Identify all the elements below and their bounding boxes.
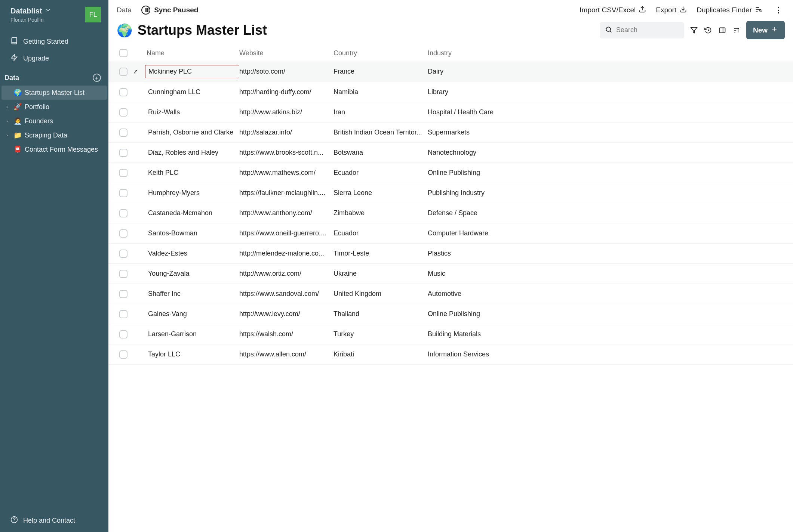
nav-getting-started[interactable]: Getting Started	[0, 33, 108, 50]
cell-industry[interactable]: Online Publishing	[428, 169, 793, 177]
cell-name[interactable]: Taylor LLC	[145, 348, 239, 361]
duplicates-finder-button[interactable]: Duplicates Finder	[697, 6, 762, 15]
row-checkbox[interactable]	[119, 169, 127, 177]
row-checkbox[interactable]	[119, 350, 127, 359]
cell-name[interactable]: Valdez-Estes	[145, 247, 239, 260]
cell-name[interactable]: Humphrey-Myers	[145, 187, 239, 199]
sidebar-item-scraping-data[interactable]: ›📁Scraping Data	[1, 128, 107, 142]
avatar[interactable]: FL	[85, 7, 101, 22]
more-menu-button[interactable]: ⋮	[772, 5, 785, 15]
cell-name[interactable]: Diaz, Robles and Haley	[145, 146, 239, 159]
cell-website[interactable]: https://walsh.com/	[239, 330, 334, 338]
row-checkbox[interactable]	[119, 290, 127, 298]
sidebar-item-contact-form-messages[interactable]: 📮Contact Form Messages	[1, 142, 107, 157]
column-header-country[interactable]: Country	[334, 49, 428, 57]
cell-industry[interactable]: Dairy	[428, 68, 793, 75]
cell-website[interactable]: http://www.ortiz.com/	[239, 270, 334, 278]
row-checkbox[interactable]	[119, 209, 127, 217]
cell-website[interactable]: http://www.atkins.biz/	[239, 108, 334, 116]
cell-country[interactable]: Zimbabwe	[334, 209, 428, 217]
table-row[interactable]: Santos-Bowmanhttps://www.oneill-guerrero…	[108, 223, 793, 244]
cell-name[interactable]: Castaneda-Mcmahon	[145, 207, 239, 219]
cell-website[interactable]: http://www.anthony.com/	[239, 209, 334, 217]
table-row[interactable]: Ruiz-Wallshttp://www.atkins.biz/IranHosp…	[108, 102, 793, 123]
cell-country[interactable]: British Indian Ocean Territor...	[334, 129, 428, 136]
add-collection-button[interactable]: +	[93, 74, 101, 82]
cell-country[interactable]: Turkey	[334, 330, 428, 338]
cell-website[interactable]: https://www.allen.com/	[239, 350, 334, 358]
cell-industry[interactable]: Hospital / Health Care	[428, 108, 793, 116]
cell-industry[interactable]: Building Materials	[428, 330, 793, 338]
cell-country[interactable]: Ecuador	[334, 229, 428, 237]
expand-icon[interactable]: ⤢	[133, 68, 138, 75]
cell-industry[interactable]: Automotive	[428, 290, 793, 298]
cell-country[interactable]: Iran	[334, 108, 428, 116]
cell-name[interactable]: Young-Zavala	[145, 267, 239, 280]
cell-industry[interactable]: Defense / Space	[428, 209, 793, 217]
cell-industry[interactable]: Nanotechnology	[428, 149, 793, 157]
table-row[interactable]: Cunningham LLChttp://harding-duffy.com/N…	[108, 82, 793, 102]
cell-country[interactable]: United Kingdom	[334, 290, 428, 298]
row-checkbox[interactable]	[119, 250, 127, 258]
table-row[interactable]: Humphrey-Myershttps://faulkner-mclaughli…	[108, 183, 793, 203]
cell-country[interactable]: Kiribati	[334, 350, 428, 358]
row-checkbox[interactable]	[119, 129, 127, 137]
history-button[interactable]	[704, 26, 713, 35]
cell-country[interactable]: Timor-Leste	[334, 250, 428, 257]
nav-upgrade[interactable]: Upgrade	[0, 50, 108, 67]
workspace-switcher[interactable]: Datablist	[10, 7, 52, 15]
table-row[interactable]: Parrish, Osborne and Clarkehttp://salaza…	[108, 123, 793, 143]
cell-website[interactable]: http://soto.com/	[239, 68, 334, 75]
table-row[interactable]: Shaffer Inchttps://www.sandoval.com/Unit…	[108, 284, 793, 304]
row-checkbox[interactable]	[119, 68, 127, 76]
cell-website[interactable]: https://www.brooks-scott.n...	[239, 149, 334, 157]
cell-website[interactable]: http://harding-duffy.com/	[239, 88, 334, 96]
cell-industry[interactable]: Library	[428, 88, 793, 96]
cell-industry[interactable]: Supermarkets	[428, 129, 793, 136]
cell-country[interactable]: Sierra Leone	[334, 189, 428, 197]
breadcrumb[interactable]: Data	[117, 6, 132, 14]
cell-website[interactable]: http://salazar.info/	[239, 129, 334, 136]
cell-name[interactable]: Ruiz-Walls	[145, 106, 239, 118]
sort-button[interactable]	[732, 26, 741, 35]
cell-country[interactable]: France	[334, 68, 428, 75]
cell-name[interactable]: Keith PLC	[145, 167, 239, 179]
sync-status[interactable]: Sync Paused	[141, 6, 198, 15]
cell-website[interactable]: http://www.levy.com/	[239, 310, 334, 318]
table-row[interactable]: Gaines-Vanghttp://www.levy.com/ThailandO…	[108, 304, 793, 324]
table-row[interactable]: Valdez-Esteshttp://melendez-malone.co...…	[108, 244, 793, 264]
table-row[interactable]: Castaneda-Mcmahonhttp://www.anthony.com/…	[108, 203, 793, 223]
cell-website[interactable]: http://melendez-malone.co...	[239, 250, 334, 257]
cell-name[interactable]: Gaines-Vang	[145, 308, 239, 320]
column-header-name[interactable]: Name	[145, 49, 239, 57]
cell-industry[interactable]: Computer Hardware	[428, 229, 793, 237]
row-checkbox[interactable]	[119, 310, 127, 318]
row-checkbox[interactable]	[119, 88, 127, 96]
table-row[interactable]: Diaz, Robles and Haleyhttps://www.brooks…	[108, 143, 793, 163]
cell-country[interactable]: Botswana	[334, 149, 428, 157]
sidebar-item-portfolio[interactable]: ›🚀Portfolio	[1, 100, 107, 114]
cell-industry[interactable]: Plastics	[428, 250, 793, 257]
cell-website[interactable]: https://www.sandoval.com/	[239, 290, 334, 298]
filter-button[interactable]	[689, 26, 698, 35]
cell-name[interactable]: Cunningham LLC	[145, 86, 239, 98]
cell-country[interactable]: Ecuador	[334, 169, 428, 177]
cell-country[interactable]: Namibia	[334, 88, 428, 96]
cell-name[interactable]: Mckinney PLC	[145, 65, 239, 78]
export-button[interactable]: Export	[656, 6, 687, 15]
cell-country[interactable]: Ukraine	[334, 270, 428, 278]
table-row[interactable]: Young-Zavalahttp://www.ortiz.com/Ukraine…	[108, 264, 793, 284]
panel-button[interactable]	[718, 26, 727, 35]
import-button[interactable]: Import CSV/Excel	[580, 6, 646, 15]
cell-industry[interactable]: Music	[428, 270, 793, 278]
sidebar-item-startups-master-list[interactable]: 🌍Startups Master List	[1, 86, 107, 100]
cell-country[interactable]: Thailand	[334, 310, 428, 318]
cell-website[interactable]: https://www.oneill-guerrero....	[239, 229, 334, 237]
page-title[interactable]: Startups Master List	[138, 22, 594, 38]
row-checkbox[interactable]	[119, 189, 127, 197]
row-checkbox[interactable]	[119, 229, 127, 238]
cell-name[interactable]: Larsen-Garrison	[145, 328, 239, 340]
table-row[interactable]: ⤢Mckinney PLChttp://soto.com/FranceDairy	[108, 61, 793, 82]
cell-industry[interactable]: Information Services	[428, 350, 793, 358]
table-row[interactable]: Keith PLChttp://www.mathews.com/EcuadorO…	[108, 163, 793, 183]
